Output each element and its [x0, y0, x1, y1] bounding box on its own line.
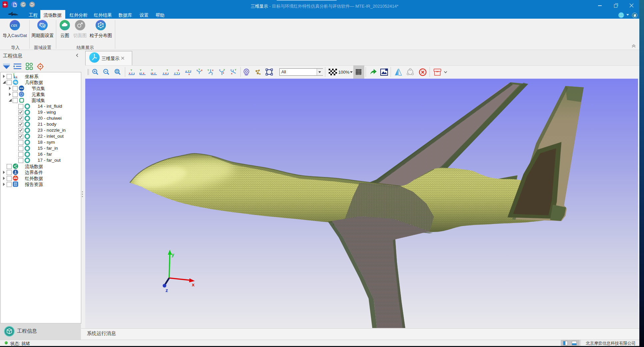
svg-text:x: x [143, 72, 145, 75]
svg-text:Y: Y [131, 69, 132, 71]
svg-text:x: x [231, 72, 232, 75]
svg-text:Y: Y [140, 69, 142, 71]
svg-text:Y: Y [198, 68, 200, 71]
svg-text:x: x [212, 69, 213, 71]
svg-text:Y: Y [176, 72, 178, 75]
svg-text:z: z [154, 72, 156, 75]
svg-text:x: x [129, 72, 131, 75]
svg-text:z: z [230, 69, 232, 71]
svg-text:x: x [188, 73, 190, 75]
svg-text:z: z [165, 287, 168, 293]
svg-text:Y: Y [13, 73, 15, 75]
svg-text:x: x [16, 75, 18, 78]
svg-text:Y: Y [151, 69, 153, 71]
svg-text:Y: Y [166, 69, 168, 71]
svg-text:Y: Y [223, 69, 225, 71]
svg-text:x: x [192, 282, 195, 287]
svg-text:z: z [196, 69, 198, 71]
svg-text:Y: Y [207, 69, 209, 71]
svg-text:z: z [174, 72, 175, 75]
svg-text:x: x [152, 72, 154, 75]
svg-text:z: z [14, 76, 16, 78]
svg-text:x: x [165, 72, 167, 75]
svg-text:z: z [131, 72, 133, 75]
svg-text:Y: Y [188, 70, 190, 73]
svg-text:x: x [223, 72, 224, 74]
svg-text:Y: Y [235, 69, 236, 71]
svg-text:z: z [185, 70, 187, 73]
svg-text:y: y [171, 252, 174, 257]
svg-text:x: x [201, 69, 202, 71]
svg-text:z: z [163, 72, 164, 75]
svg-text:z: z [141, 72, 142, 75]
svg-text:z: z [219, 69, 220, 71]
svg-text:z: z [211, 73, 213, 75]
svg-text:x: x [178, 69, 179, 71]
